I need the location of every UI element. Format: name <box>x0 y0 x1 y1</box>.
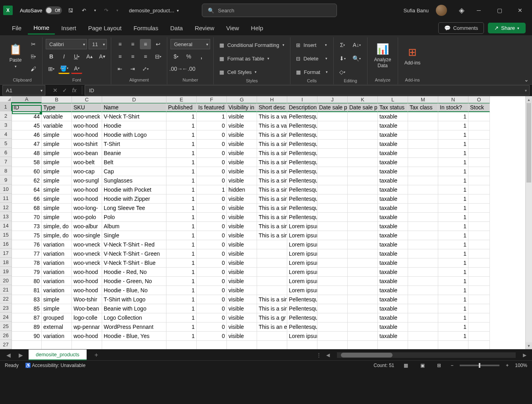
cell[interactable]: 1 <box>166 286 197 295</box>
cell[interactable]: ID <box>12 103 42 112</box>
cell[interactable]: 64 <box>12 185 42 194</box>
col-header-C[interactable]: C <box>72 96 102 103</box>
cell[interactable] <box>468 304 490 313</box>
cell[interactable]: variation <box>42 268 72 277</box>
cell[interactable]: visible <box>227 222 257 231</box>
cell[interactable] <box>468 341 490 349</box>
row-header-16[interactable]: 16 <box>0 239 12 249</box>
cell[interactable]: 1 <box>438 222 468 231</box>
col-header-B[interactable]: B <box>42 96 72 103</box>
cell[interactable]: Long Sleeve Tee <box>102 204 166 213</box>
underline-button[interactable]: U▾ <box>71 51 82 62</box>
row-header-6[interactable]: 6 <box>0 148 12 157</box>
cell[interactable]: This is a sim <box>257 167 287 176</box>
cell[interactable]: Pellentesque habitant morbi trist <box>287 194 317 204</box>
cell[interactable]: Logo Collection <box>102 313 166 322</box>
cell[interactable]: This is a sim <box>257 158 287 167</box>
cell[interactable]: This is a sim <box>257 185 287 194</box>
cell[interactable]: taxable <box>378 332 408 341</box>
cell[interactable] <box>348 213 378 222</box>
cell[interactable] <box>317 121 348 130</box>
cell[interactable] <box>408 112 438 121</box>
insert-cells-button[interactable]: ⊞Insert▾ <box>294 40 330 50</box>
cell[interactable] <box>348 313 378 322</box>
cell[interactable]: woo-cap <box>72 167 102 176</box>
cell[interactable]: Lorem ipsum dolor sit amet, con <box>287 268 317 277</box>
cell[interactable]: woo-hood <box>72 194 102 204</box>
cell[interactable]: Woo-tshir <box>72 295 102 304</box>
col-header-O[interactable]: O <box>468 96 490 103</box>
cell[interactable] <box>348 149 378 158</box>
cell[interactable]: 0 <box>197 194 227 204</box>
normal-view-icon[interactable]: ▦ <box>400 362 411 369</box>
undo-icon[interactable]: ↶ <box>79 5 89 16</box>
cell[interactable] <box>317 332 348 341</box>
cell[interactable] <box>348 268 378 277</box>
cell[interactable]: Pellentesque habitant morbi trist <box>287 149 317 158</box>
cell[interactable]: 47 <box>12 140 42 149</box>
cell[interactable]: 79 <box>12 268 42 277</box>
cell[interactable]: 0 <box>197 322 227 332</box>
cell[interactable] <box>468 176 490 185</box>
cell[interactable] <box>408 313 438 322</box>
cell[interactable] <box>348 167 378 176</box>
cell[interactable]: 1 <box>438 167 468 176</box>
cell[interactable]: variable <box>42 121 72 130</box>
row-header-3[interactable]: 3 <box>0 120 12 130</box>
cell[interactable] <box>317 167 348 176</box>
align-top-icon[interactable]: ≡ <box>114 39 126 49</box>
cell[interactable] <box>468 185 490 194</box>
cell[interactable]: 1 <box>166 258 197 268</box>
cell[interactable]: variation <box>42 240 72 249</box>
cell[interactable]: 1 <box>166 295 197 304</box>
cell[interactable] <box>317 313 348 322</box>
cell[interactable]: Hoodie with Zipper <box>102 194 166 204</box>
cell[interactable] <box>317 304 348 313</box>
autosum-icon[interactable]: Σ▾ <box>337 40 348 50</box>
cell[interactable] <box>468 213 490 222</box>
cell[interactable] <box>317 277 348 286</box>
cell[interactable]: simple, do <box>42 222 72 231</box>
cell[interactable] <box>408 149 438 158</box>
increase-decimal-icon[interactable]: .00→ <box>170 64 182 74</box>
row-header-11[interactable]: 11 <box>0 194 12 203</box>
font-size-combo[interactable]: 11 <box>89 39 107 49</box>
cell[interactable]: taxable <box>378 185 408 194</box>
cell[interactable]: 1 <box>438 176 468 185</box>
cut-icon[interactable]: ✂ <box>28 39 39 49</box>
cell[interactable]: simple <box>42 158 72 167</box>
cell[interactable]: Album <box>102 222 166 231</box>
cell[interactable]: 1 <box>166 204 197 213</box>
row-header-24[interactable]: 24 <box>0 313 12 322</box>
redo-dropdown-icon[interactable]: ▾ <box>114 5 120 16</box>
cell[interactable]: 1 <box>438 213 468 222</box>
cell[interactable]: woo-hood <box>72 332 102 341</box>
cell[interactable] <box>408 213 438 222</box>
cell[interactable] <box>257 286 287 295</box>
cell[interactable]: taxable <box>378 130 408 140</box>
cell[interactable] <box>348 176 378 185</box>
row-header-22[interactable]: 22 <box>0 294 12 303</box>
borders-icon[interactable]: ⊞▾ <box>46 64 57 74</box>
vertical-scrollbar[interactable]: ▲ ▼ <box>525 96 532 349</box>
cell[interactable]: This is a sim <box>257 204 287 213</box>
col-header-I[interactable]: I <box>287 96 317 103</box>
zoom-level[interactable]: 100% <box>515 363 527 368</box>
cell[interactable] <box>257 268 287 277</box>
cell[interactable]: woo-hood <box>72 268 102 277</box>
cell[interactable]: woo-tshirt <box>72 140 102 149</box>
decrease-decimal-icon[interactable]: ←.00 <box>183 64 194 74</box>
cell[interactable]: 0 <box>197 304 227 313</box>
cell[interactable]: Short desc <box>257 103 287 112</box>
tab-help[interactable]: Help <box>246 22 269 34</box>
cell[interactable] <box>102 341 166 349</box>
increase-font-icon[interactable]: A▴ <box>84 51 95 62</box>
cell[interactable] <box>317 130 348 140</box>
share-button[interactable]: ↗Share▾ <box>488 23 526 33</box>
cell[interactable]: Lorem ipsum dolor sit amet, con <box>287 240 317 249</box>
col-header-F[interactable]: F <box>197 96 227 103</box>
cell[interactable] <box>348 121 378 130</box>
cell[interactable]: variation <box>42 249 72 258</box>
cell[interactable]: visible <box>227 231 257 240</box>
cell[interactable]: 48 <box>12 149 42 158</box>
